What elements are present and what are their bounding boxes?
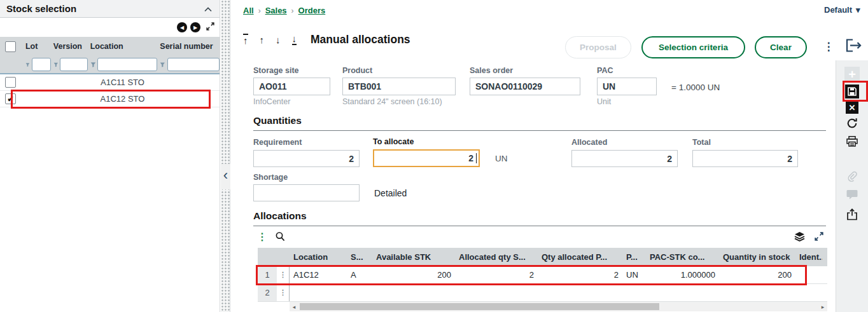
filter-funnel-icon (90, 62, 96, 68)
row-checkbox-checked[interactable]: ✔ (5, 93, 16, 104)
grid-expand-icon[interactable] (815, 232, 823, 243)
pac-field[interactable] (597, 78, 657, 95)
breadcrumb-sales[interactable]: Sales (265, 6, 287, 15)
last-record-icon[interactable]: ↓ (292, 34, 297, 45)
col-available-stk[interactable]: Available STK (372, 252, 455, 262)
grid-search-icon[interactable] (275, 231, 285, 244)
cell-qty-in-stock[interactable]: 200 (719, 270, 795, 280)
next-page-icon[interactable]: ▶ (190, 22, 200, 32)
column-header-location[interactable]: Location (88, 42, 158, 51)
scroll-left-icon[interactable]: ◂ (290, 304, 298, 310)
cancel-icon[interactable]: ✕ (846, 101, 858, 114)
cell-pac-stk[interactable]: 1.000000 (646, 270, 719, 280)
cell-allocated-qty[interactable]: 2 (455, 270, 538, 280)
cell-p[interactable]: UN (622, 270, 646, 280)
filter-version-input[interactable] (60, 58, 87, 71)
col-p[interactable]: P... (622, 252, 646, 262)
cell-available-stk[interactable]: 200 (372, 270, 455, 280)
storage-site-label: Storage site (253, 66, 299, 75)
col-allocated-qty[interactable]: Allocated qty S... (455, 252, 538, 262)
more-actions-icon[interactable]: ⋮ (822, 37, 835, 58)
profile-label: Default (824, 5, 852, 15)
comment-icon[interactable] (846, 189, 858, 200)
create-icon[interactable]: + (844, 67, 860, 82)
refresh-icon[interactable] (846, 118, 858, 129)
total-field[interactable] (692, 150, 798, 167)
clear-button[interactable]: Clear (755, 36, 807, 58)
pac-label: PAC (597, 66, 613, 75)
first-record-icon[interactable]: ↑ (243, 34, 248, 45)
share-icon[interactable] (846, 208, 858, 220)
column-header-serial[interactable]: Serial number (157, 42, 220, 51)
to-allocate-unit: UN (495, 154, 508, 163)
product-label: Product (342, 66, 372, 75)
column-header-version[interactable]: Version (51, 42, 88, 51)
allocation-row-2[interactable]: 2 ⋮ (258, 284, 827, 302)
panel-splitter[interactable]: ‹ (221, 0, 230, 312)
storage-site-field[interactable] (253, 78, 330, 95)
cell-qty-allocated[interactable]: 2 (538, 270, 622, 280)
col-qty-in-stock[interactable]: Quantity in stock (719, 252, 795, 262)
col-qty-allocated[interactable]: Qty allocated P... (538, 252, 622, 262)
allocated-label: Allocated (571, 138, 607, 147)
filter-lot-input[interactable] (32, 58, 51, 71)
next-record-icon[interactable]: ↓ (276, 35, 281, 44)
grid-actions-icon[interactable]: ⋮ (257, 231, 267, 243)
section-divider (253, 226, 826, 226)
proposal-button[interactable]: Proposal (565, 36, 631, 58)
previous-page-icon[interactable]: ◀ (177, 22, 187, 32)
previous-record-icon[interactable]: ↑ (260, 35, 265, 44)
scrollbar-track[interactable] (298, 302, 818, 311)
expand-panel-icon[interactable] (206, 22, 214, 33)
save-icon[interactable] (845, 85, 859, 98)
exit-icon[interactable] (845, 38, 862, 55)
collapse-panel-icon[interactable] (204, 3, 212, 15)
allocation-row-1[interactable]: 1 ⋮ A1C12 A 200 2 2 UN 1.000000 200 (258, 266, 827, 284)
print-icon[interactable] (846, 136, 858, 147)
breadcrumb-separator: › (291, 6, 294, 15)
filter-funnel-icon (25, 62, 30, 68)
stock-panel-toolbar: ◀ ▶ (0, 18, 220, 37)
column-header-lot[interactable]: Lot (21, 42, 51, 51)
allocations-heading: Allocations (253, 210, 307, 222)
text-cursor (476, 153, 477, 163)
select-all-checkbox[interactable] (5, 41, 16, 52)
stock-row-a1c11[interactable]: A1C11 STO (0, 74, 220, 91)
allocated-field[interactable] (571, 150, 678, 167)
col-ident[interactable]: Ident... (795, 252, 822, 262)
product-help: Standard 24" screen (16:10) (342, 97, 442, 106)
row-actions-icon[interactable]: ⋮ (277, 266, 290, 283)
page-title: Manual allocations (311, 33, 410, 46)
filter-funnel-icon (53, 62, 59, 68)
breadcrumb-all[interactable]: All (243, 6, 254, 15)
filter-location-input[interactable] (97, 58, 157, 71)
sales-order-field[interactable] (470, 78, 580, 95)
cell-location[interactable]: A1C12 (290, 270, 347, 280)
attachment-icon[interactable] (846, 171, 858, 182)
collapse-left-icon[interactable]: ‹ (221, 164, 230, 189)
row-actions-icon[interactable]: ⋮ (277, 284, 290, 301)
storage-site-help: InfoCenter (253, 97, 290, 106)
cell-s[interactable]: A (347, 270, 372, 280)
stock-selection-title: Stock selection (6, 3, 76, 14)
requirement-field[interactable] (253, 150, 360, 167)
grid-layers-icon[interactable] (794, 232, 805, 244)
shortage-field[interactable] (253, 184, 360, 201)
col-s[interactable]: S... (347, 252, 372, 262)
horizontal-scrollbar[interactable]: ◂ ▸ (290, 302, 827, 311)
filter-funnel-icon (160, 62, 165, 68)
col-pac-stk[interactable]: PAC-STK co... (646, 252, 719, 262)
stock-row-a1c12[interactable]: ✔ A1C12 STO (0, 91, 220, 107)
col-location[interactable]: Location (290, 252, 347, 262)
row-checkbox[interactable] (5, 77, 16, 88)
breadcrumb-separator: › (258, 6, 261, 15)
profile-selector[interactable]: Default ▾ (824, 5, 860, 15)
breadcrumb-orders[interactable]: Orders (298, 6, 326, 15)
cell-location: A1C11 STO (88, 78, 158, 87)
selection-criteria-button[interactable]: Selection criteria (641, 36, 745, 58)
filter-serial-input[interactable] (167, 58, 220, 71)
to-allocate-field[interactable] (373, 149, 480, 167)
scrollbar-thumb[interactable] (300, 303, 659, 310)
scroll-right-icon[interactable]: ▸ (818, 304, 827, 310)
product-field[interactable] (342, 78, 456, 95)
